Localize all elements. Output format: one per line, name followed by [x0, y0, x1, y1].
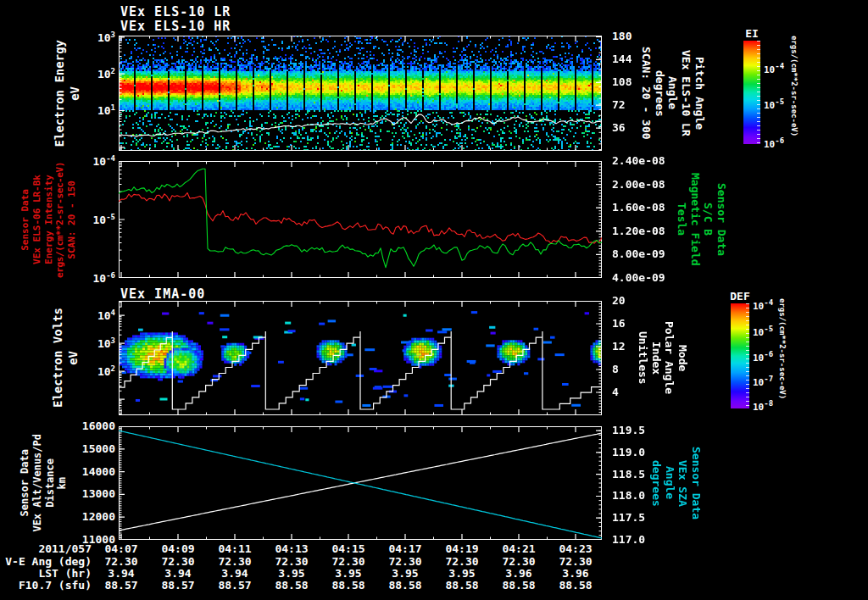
mag-right-axis-label: TeslaMagnetic FieldS/C BSensor Data [675, 161, 727, 278]
els-title-lr: VEx ELS-10 LR [120, 4, 231, 19]
table-value: 72.30 [207, 556, 263, 567]
ei-colorbar-ticks [757, 41, 760, 144]
table-value: 88.58 [377, 580, 433, 591]
date-label: 2011/057 [0, 543, 92, 554]
els-left-axis-label: Electron EnergyeV [47, 36, 86, 151]
table-value: 72.30 [264, 556, 320, 567]
mag-left-axis-label-line: Energy Intensity [44, 175, 55, 264]
mag-right-axis-label-line: Tesla [675, 203, 687, 236]
mag-left-axis-label: Sensor DataVEx ELS-06 LR-BkEnergy Intens… [22, 158, 76, 281]
ei-colorbar [743, 41, 760, 144]
def-colorbar-tick-label: 10-8 [753, 400, 773, 412]
els-left-axis-label-line: eV [68, 86, 81, 101]
ima-left-axis-label-line: Electron Volts [51, 308, 64, 408]
mag-right-tick-label: 1.20e-08 [612, 225, 665, 236]
table-value: 88.58 [434, 580, 490, 591]
mag-right-axis-label-line: S/C B [702, 203, 715, 236]
ima-right-axis-label-line: Polar Angle [663, 321, 676, 394]
table-value: 88.57 [207, 580, 263, 591]
orb-left-axis-label: Sensor DataVEx Alt/Venus/PdDistancekm [19, 426, 70, 540]
orb-right-axis-label: degreesAngleVEx SZASensor Data [648, 426, 704, 540]
table-value: 72.30 [93, 556, 149, 567]
els-title-hr: VEx ELS-10 HR [120, 19, 231, 34]
els-right-tick-label: 108 [612, 76, 632, 87]
mag-right-tick-label: 4.00e-09 [612, 272, 665, 283]
time-tick-label: 04:09 [150, 543, 206, 554]
ima-right-tick-label: 12 [612, 341, 626, 352]
table-value: 3.95 [264, 568, 320, 579]
els-spectrogram-panel [119, 36, 602, 151]
orb-right-tick-label: 117.5 [612, 512, 645, 523]
time-tick-label: 04:21 [491, 543, 547, 554]
mag-right-tick-label: 1.60e-08 [612, 202, 665, 213]
els-right-axis-label-line: SCAN: 20 - 300 [639, 47, 652, 140]
ima-right-axis-label-line: Mode [676, 345, 688, 371]
ei-colorbar-tick-label: 10-6 [764, 137, 784, 149]
mag-right-tick-label: 2.40e-08 [612, 155, 665, 166]
table-row-label: V-E Ang (deg) [0, 556, 92, 567]
table-value: 3.94 [150, 568, 206, 579]
els-right-axis-label-line: Angle [666, 76, 679, 109]
orb-right-tick-label: 119.5 [612, 425, 645, 436]
ima-panel-axes [119, 301, 602, 415]
orbit-panel-axes [119, 426, 602, 540]
def-colorbar-ticks [746, 303, 749, 408]
mag-left-axis-label-line: ergs/(cm**2-sr-sec-eV) [55, 162, 66, 278]
table-value: 3.95 [434, 568, 490, 579]
table-value: 3.94 [207, 568, 263, 579]
table-value: 72.30 [320, 556, 376, 567]
table-value: 88.58 [491, 580, 547, 591]
def-colorbar-title: DEF [723, 290, 757, 303]
table-value: 3.95 [320, 568, 376, 579]
ima-spectrogram-panel [119, 301, 602, 415]
table-row-label: F10.7 (sfu) [0, 580, 92, 591]
mag-right-tick-label: 8.00e-09 [612, 248, 665, 259]
table-value: 72.30 [491, 556, 547, 567]
ima-right-tick-label: 4 [612, 386, 619, 397]
table-value: 3.94 [93, 568, 149, 579]
table-value: 88.58 [320, 580, 376, 591]
els-right-axis-label-line: VEx ELS-10 LR [679, 50, 692, 136]
time-tick-label: 04:19 [434, 543, 490, 554]
orb-left-axis-label-line: Distance [45, 458, 57, 508]
orb-left-axis-label-line: VEx Alt/Venus/Pd [32, 434, 44, 532]
ima-left-axis-label-line: eV [66, 351, 80, 365]
mag-left-axis-label-line: Sensor Data [20, 189, 31, 251]
ima-right-axis-label-line: Unitless [636, 331, 648, 385]
orb-right-tick-label: 117.0 [612, 534, 645, 545]
ima-right-tick-label: 8 [612, 364, 619, 375]
mag-left-axis-label-line: VEx ELS-06 LR-Bk [32, 175, 43, 264]
def-colorbar-unit: ergs/(cm**2-sr-sec-eV) [778, 298, 787, 415]
orb-right-axis-label-line: Angle [663, 466, 676, 499]
ima-left-axis-label: Electron VoltseV [46, 301, 85, 415]
ei-colorbar-unit: ergs/(cm**2-sr-sec-eV) [790, 36, 798, 151]
def-colorbar-tick-label: 10-4 [753, 299, 773, 311]
els-right-axis-label-line: Pitch Angle [693, 57, 705, 130]
mag-right-tick-label: 2.00e-08 [612, 179, 665, 190]
time-tick-label: 04:11 [207, 543, 263, 554]
orb-left-axis-label-line: Sensor Data [19, 449, 31, 516]
ima-title: VEx IMA-00 [120, 286, 205, 302]
table-value: 72.30 [434, 556, 490, 567]
ima-right-tick-label: 16 [612, 318, 626, 329]
ei-colorbar-title: EI [735, 27, 769, 40]
time-tick-label: 04:15 [320, 543, 376, 554]
def-colorbar-tick-label: 10-5 [753, 325, 773, 337]
orb-right-axis-label-line: degrees [649, 460, 662, 507]
table-value: 3.95 [377, 568, 433, 579]
orb-right-tick-label: 119.0 [612, 447, 645, 458]
def-colorbar-tick-label: 10-6 [753, 351, 773, 363]
table-value: 88.57 [93, 580, 149, 591]
els-panel-axes [119, 36, 602, 151]
table-value: 72.30 [548, 556, 604, 567]
els-right-axis-label: SCAN: 20 - 300degreesAngleVEx ELS-10 LRP… [637, 34, 707, 153]
mag-right-axis-label-line: Magnetic Field [688, 173, 701, 266]
table-value: 88.57 [150, 580, 206, 591]
els-right-tick-label: 180 [612, 31, 632, 42]
def-colorbar [731, 303, 749, 408]
orb-right-axis-label-line: Sensor Data [689, 447, 702, 519]
ima-right-axis-label-line: Index [649, 342, 662, 375]
table-value: 88.58 [264, 580, 320, 591]
time-tick-label: 04:23 [548, 543, 604, 554]
mag-right-axis-label-line: Sensor Data [715, 183, 727, 256]
